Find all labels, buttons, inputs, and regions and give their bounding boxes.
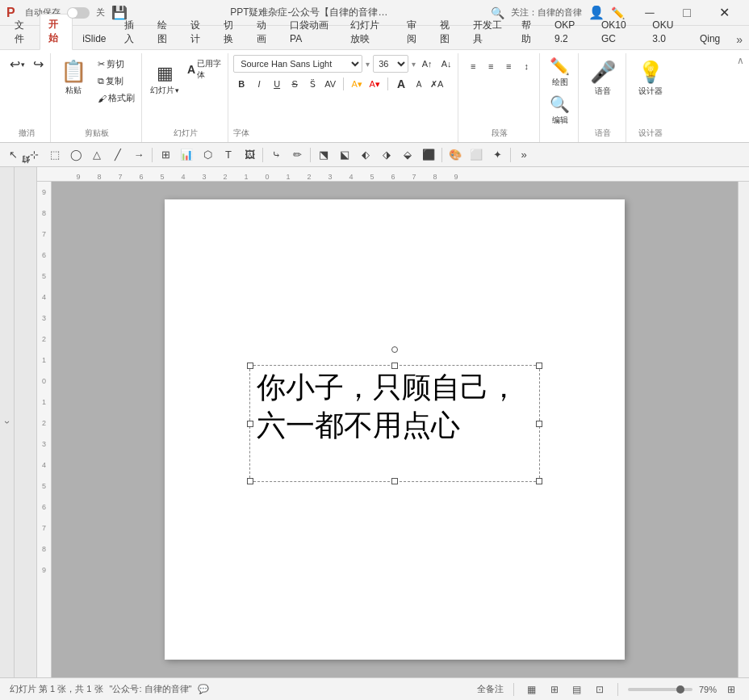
view-grid-button[interactable]: ⊞ bbox=[546, 681, 563, 698]
close-button[interactable]: ✕ bbox=[705, 0, 743, 26]
char-spacing-button[interactable]: AV bbox=[322, 76, 338, 92]
tab-insert[interactable]: 插入 bbox=[116, 15, 148, 49]
highlight-color-button[interactable]: A▾ bbox=[349, 76, 365, 92]
align-center-button[interactable]: ≡ bbox=[483, 58, 499, 74]
handle-top-middle[interactable] bbox=[391, 363, 398, 369]
text-box[interactable]: 你小子，只顾自己， 六一都不用点心 bbox=[249, 365, 540, 482]
shape-arrow[interactable]: → bbox=[129, 145, 149, 165]
shape-smartart[interactable]: ⬡ bbox=[198, 145, 217, 165]
font-size-expand[interactable]: ▾ bbox=[412, 60, 416, 69]
slides-dropdown-icon[interactable]: ▾ bbox=[175, 86, 179, 94]
handle-middle-left[interactable] bbox=[247, 421, 253, 427]
copy-button[interactable]: ⧉ 复制 bbox=[94, 73, 138, 89]
tab-okp[interactable]: OKP 9.2 bbox=[546, 15, 592, 49]
font-name-select[interactable]: Source Han Sans Light bbox=[233, 55, 362, 73]
autosave-toggle[interactable] bbox=[67, 7, 90, 19]
format-paint-button[interactable]: 🖌 格式刷 bbox=[94, 90, 138, 106]
handle-top-right[interactable] bbox=[536, 363, 542, 369]
redo-button[interactable]: ↪ bbox=[30, 55, 47, 73]
tab-transition[interactable]: 切换 bbox=[215, 15, 247, 49]
tab-islide[interactable]: iSlide bbox=[74, 29, 114, 49]
select-tool[interactable]: ↖ bbox=[3, 145, 23, 165]
tab-file[interactable]: 文件 bbox=[6, 15, 38, 49]
strikethrough-button[interactable]: S bbox=[287, 76, 303, 92]
font-color-button[interactable]: A▾ bbox=[366, 76, 383, 92]
shape-line[interactable]: ╱ bbox=[108, 145, 128, 165]
tab-slideshow[interactable]: 幻灯片放映 bbox=[342, 15, 397, 49]
view-normal-button[interactable]: ▦ bbox=[524, 681, 540, 698]
bold-button[interactable]: B bbox=[233, 76, 249, 92]
font-size-big-button[interactable]: A bbox=[393, 76, 409, 92]
left-panel-toggle[interactable]: › bbox=[0, 167, 15, 677]
handle-bottom-middle[interactable] bbox=[391, 478, 398, 484]
rotate-handle[interactable] bbox=[391, 346, 398, 353]
align-center[interactable]: ⬕ bbox=[335, 145, 354, 165]
design-button[interactable]: 💡 设计器 bbox=[634, 58, 667, 99]
tab-developer[interactable]: 开发工具 bbox=[465, 15, 512, 49]
underline-button[interactable]: U bbox=[269, 76, 285, 92]
align-middle[interactable]: ⬙ bbox=[398, 145, 417, 165]
tab-ok10[interactable]: OK10 GC bbox=[593, 15, 642, 49]
align-left[interactable]: ⬔ bbox=[314, 145, 333, 165]
align-right[interactable]: ⬖ bbox=[356, 145, 375, 165]
font-size-select[interactable]: 36 bbox=[373, 55, 408, 73]
line-spacing-button[interactable]: ↕ bbox=[518, 58, 534, 74]
tab-oku[interactable]: OKU 3.0 bbox=[644, 15, 690, 49]
shape-image[interactable]: 🖼 bbox=[240, 145, 259, 165]
tab-start[interactable]: 开始 bbox=[40, 14, 73, 50]
handle-middle-right[interactable] bbox=[536, 421, 542, 427]
shape-pointer[interactable]: ⊹ bbox=[24, 145, 44, 165]
undo-button[interactable]: ↩ ▾ bbox=[6, 55, 28, 73]
shape-circle[interactable]: ◯ bbox=[66, 145, 86, 165]
shape-rect[interactable]: ⬚ bbox=[45, 145, 65, 165]
tab-draw[interactable]: 绘图 bbox=[149, 15, 181, 49]
shape-chart[interactable]: 📊 bbox=[177, 145, 196, 165]
zoom-slider[interactable] bbox=[628, 688, 693, 691]
handle-top-left[interactable] bbox=[247, 363, 253, 369]
tab-help[interactable]: 帮助 bbox=[513, 15, 545, 49]
align-top[interactable]: ⬗ bbox=[377, 145, 396, 165]
tab-review[interactable]: 审阅 bbox=[399, 15, 430, 49]
tab-animation[interactable]: 动画 bbox=[249, 15, 280, 49]
more-shapes[interactable]: » bbox=[514, 145, 534, 165]
cut-button[interactable]: ✂ 剪切 bbox=[94, 57, 138, 72]
paste-button[interactable]: 📋 粘贴 bbox=[56, 55, 91, 99]
align-bottom[interactable]: ⬛ bbox=[419, 145, 438, 165]
align-left-button[interactable]: ≡ bbox=[465, 58, 481, 74]
draw-button[interactable]: ✏️ 绘图 bbox=[546, 55, 573, 90]
right-scrollbar[interactable] bbox=[738, 182, 749, 677]
used-font-button[interactable]: A 已用字 体 bbox=[184, 57, 224, 82]
handle-bottom-right[interactable] bbox=[536, 478, 542, 484]
zoom-fit-button[interactable]: ⊞ bbox=[723, 681, 739, 698]
view-slide-button[interactable]: ▤ bbox=[569, 681, 585, 698]
shape-textbox[interactable]: T bbox=[219, 145, 238, 165]
handle-bottom-left[interactable] bbox=[247, 478, 253, 484]
shape-fill[interactable]: 🎨 bbox=[446, 145, 465, 165]
zoom-thumb[interactable] bbox=[676, 685, 684, 694]
shape-outline[interactable]: ⬜ bbox=[467, 145, 486, 165]
font-size-increase-button[interactable]: A↑ bbox=[419, 56, 435, 72]
shadow-button[interactable]: S̈ bbox=[304, 76, 320, 92]
tab-view[interactable]: 视图 bbox=[432, 15, 463, 49]
shape-connector[interactable]: ⤷ bbox=[266, 145, 286, 165]
slide-text[interactable]: 你小子，只顾自己， 六一都不用点心 bbox=[250, 366, 539, 448]
all-notes-label[interactable]: 全备注 bbox=[477, 683, 504, 695]
font-size-decrease-button[interactable]: A↓ bbox=[438, 56, 454, 72]
shape-table[interactable]: ⊞ bbox=[156, 145, 175, 165]
tab-qing[interactable]: Qing bbox=[692, 29, 728, 49]
comment-icon[interactable]: 💬 bbox=[198, 684, 209, 694]
clear-format-button[interactable]: ✗A bbox=[429, 76, 445, 92]
edit-button[interactable]: 🔍 编辑 bbox=[546, 93, 573, 128]
ribbon-more[interactable]: » bbox=[730, 30, 749, 49]
ribbon-collapse[interactable]: ∧ bbox=[735, 53, 746, 142]
align-right-button[interactable]: ≡ bbox=[500, 58, 517, 74]
view-reader-button[interactable]: ⊡ bbox=[592, 681, 608, 698]
slide-viewport[interactable]: 你小子，只顾自己， 六一都不用点心 bbox=[52, 182, 738, 677]
undo-dropdown[interactable]: ▾ bbox=[21, 61, 25, 69]
font-size-small-button[interactable]: A bbox=[411, 76, 427, 92]
voice-button[interactable]: 🎤 语音 bbox=[587, 58, 619, 99]
new-slide-button[interactable]: ▦ 幻灯片 ▾ bbox=[147, 55, 182, 103]
shape-freeform[interactable]: ✏ bbox=[287, 145, 307, 165]
font-name-expand[interactable]: ▾ bbox=[366, 60, 370, 69]
italic-button[interactable]: I bbox=[251, 76, 267, 92]
